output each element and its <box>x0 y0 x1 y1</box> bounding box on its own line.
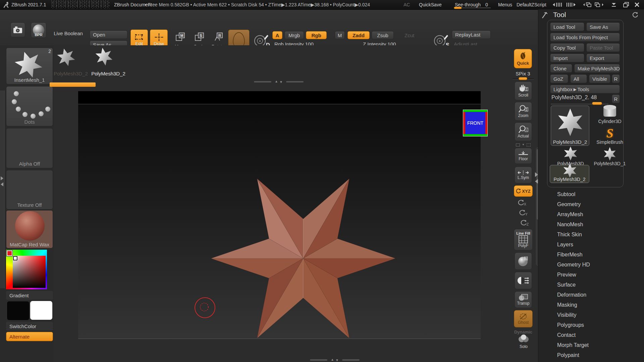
menu-visibility[interactable]: Visibility <box>557 312 631 320</box>
quick-sketch-button[interactable]: Quick <box>514 49 532 68</box>
ghost-button[interactable]: Ghost <box>514 310 533 327</box>
switchcolor-button[interactable]: SwitchColor <box>6 322 53 330</box>
menu-surface[interactable]: Surface <box>557 282 631 290</box>
polyframe-button[interactable]: Line Fill PolyF <box>514 229 533 250</box>
mrgb-button[interactable]: Mrgb <box>284 31 304 39</box>
replay-last-button[interactable]: ReplayLast <box>452 31 491 39</box>
restore-icon[interactable] <box>623 2 629 7</box>
bottom-splitter[interactable]: ▲ ▼ <box>310 358 360 362</box>
panel-collapse-icon[interactable] <box>535 179 538 184</box>
menu-geometry-hd[interactable]: Geometry HD <box>557 262 631 270</box>
import-button[interactable]: Import <box>550 54 584 62</box>
prev-window-icon[interactable] <box>583 2 593 7</box>
alternate-button[interactable]: Alternate <box>6 332 53 341</box>
zsub-button[interactable]: Zsub <box>372 31 394 39</box>
transparency-button[interactable]: Transp <box>515 291 532 308</box>
texture-slot[interactable]: Texture Off <box>6 170 53 209</box>
export-button[interactable]: Export <box>586 54 620 62</box>
spix-handle[interactable] <box>519 77 527 80</box>
tab2-star-icon[interactable] <box>93 46 115 68</box>
clone-button[interactable]: Clone <box>550 64 572 73</box>
bpr-render-button[interactable]: BPR <box>31 22 46 38</box>
menu-morph-target[interactable]: Morph Target <box>557 342 631 350</box>
tool-item-simplebrush[interactable]: S SimpleBrush <box>595 127 624 149</box>
menu-nanomesh[interactable]: NanoMesh <box>557 222 631 230</box>
m-button[interactable]: M <box>335 31 345 39</box>
color-picker[interactable] <box>6 250 47 289</box>
rotate-xyz-button[interactable]: XYZ <box>514 185 533 197</box>
secondary-color-swatch[interactable] <box>30 301 52 320</box>
goz-button[interactable]: GoZ <box>550 74 568 83</box>
fade-button[interactable] <box>515 272 532 289</box>
menu-thick-skin[interactable]: Thick Skin <box>557 232 631 240</box>
menu-preview[interactable]: Preview <box>557 272 631 280</box>
tool-item-polymesh3d-2[interactable]: PolyMesh3D_2 <box>550 165 589 183</box>
copy-tool-button[interactable]: Copy Tool <box>550 43 584 52</box>
saturation-square[interactable] <box>13 256 46 288</box>
divider-expand-right-icon[interactable] <box>1 176 3 180</box>
insert-mesh-slot[interactable]: 2 InsertMesh_1 <box>6 48 53 84</box>
tool-item-cylinder[interactable]: Cylinder3D <box>595 106 624 127</box>
active-tool-thumb[interactable]: PolyMesh3D_2 <box>551 106 589 146</box>
zscript-button[interactable]: DefaultZScript <box>517 2 546 7</box>
stroke-dots-slot[interactable]: Dots <box>6 86 53 126</box>
main-color-swatch[interactable] <box>7 301 30 320</box>
solo-button[interactable]: Solo <box>516 334 531 350</box>
menu-subtool[interactable]: Subtool <box>557 191 631 199</box>
lightbox-tools-button[interactable]: Lightbox►Tools <box>550 85 620 94</box>
see-through-slider-handle[interactable] <box>454 7 462 9</box>
divider-collapse-left-icon[interactable] <box>1 182 3 186</box>
gradient-toggle[interactable]: Gradient <box>6 291 53 300</box>
alpha-slot[interactable]: Alpha Off <box>6 128 53 168</box>
actual-size-button[interactable]: 1 Actual <box>515 122 532 141</box>
next-window-icon[interactable] <box>594 2 604 7</box>
close-icon[interactable] <box>635 2 639 7</box>
goz-visible-button[interactable]: Visible <box>589 74 610 83</box>
menu-polypaint[interactable]: Polypaint <box>557 352 631 360</box>
load-tools-project-button[interactable]: Load Tools From Project <box>550 33 620 42</box>
top-splitter[interactable]: ▲ ▼ <box>254 80 304 84</box>
minimize-icon[interactable] <box>611 2 616 7</box>
menus-button[interactable]: Menus <box>498 2 512 7</box>
rotate-z-button[interactable]: Z <box>519 219 531 228</box>
active-tool-r-button[interactable]: R <box>612 95 620 103</box>
menu-fibermesh[interactable]: FiberMesh <box>557 252 631 260</box>
matcap-slot[interactable]: MatCap Red Wax <box>6 210 53 248</box>
menu-deformation[interactable]: Deformation <box>557 292 631 300</box>
rotate-y-button[interactable]: Y <box>518 209 529 218</box>
canvas-area[interactable]: PolyMesh3D_2 PolyMesh3D_2 ▲ ▼ <box>54 45 511 362</box>
quicksave-button[interactable]: QuickSave <box>419 2 442 7</box>
perspective-button[interactable] <box>515 252 532 270</box>
zoom-button[interactable]: Zoom <box>515 102 532 121</box>
color-a-button[interactable]: A <box>272 31 282 39</box>
goz-r-button[interactable]: R <box>612 74 620 83</box>
tab1-label[interactable]: PolyMesh3D_2 <box>49 71 93 76</box>
make-polymesh-button[interactable]: Make PolyMesh3D <box>574 64 620 73</box>
menu-arraymesh[interactable]: ArrayMesh <box>557 212 631 220</box>
screenshot-button[interactable] <box>10 22 25 37</box>
collapse-right-icon[interactable] <box>565 2 576 7</box>
load-tool-button[interactable]: Load Tool <box>550 22 584 31</box>
rotate-x-button[interactable]: X <box>517 199 528 207</box>
rgb-button[interactable]: Rgb <box>306 31 327 39</box>
zcut-button[interactable]: Zcut <box>405 33 414 38</box>
menu-layers[interactable]: Layers <box>557 242 631 250</box>
panel-refresh-icon[interactable] <box>632 12 638 18</box>
menu-masking[interactable]: Masking <box>557 302 631 310</box>
panel-expand-icon[interactable] <box>535 172 538 177</box>
active-tool-slider-handle[interactable] <box>592 102 602 105</box>
menu-geometry[interactable]: Geometry <box>557 201 631 209</box>
tool-item-polymesh3d-1[interactable]: PolyMesh3D_1 <box>592 147 628 169</box>
scroll-button[interactable]: Scroll <box>515 81 532 100</box>
live-boolean-toggle[interactable]: Live Boolean <box>49 26 87 40</box>
polymesh-star-model[interactable] <box>206 175 400 342</box>
tool-saveas-button[interactable]: Save As <box>586 22 620 31</box>
left-divider[interactable] <box>0 90 5 288</box>
local-symmetry-button[interactable]: L.Sym <box>515 167 532 183</box>
tab1-star-icon[interactable] <box>54 46 78 69</box>
tab2-label[interactable]: PolyMesh3D_2 <box>87 71 130 76</box>
collapse-left-icon[interactable] <box>552 2 563 7</box>
zbrush-document[interactable]: FRONT <box>78 91 481 339</box>
aa-options-row[interactable]: ▼ <box>515 143 531 146</box>
paste-tool-button[interactable]: Paste Tool <box>586 43 620 52</box>
